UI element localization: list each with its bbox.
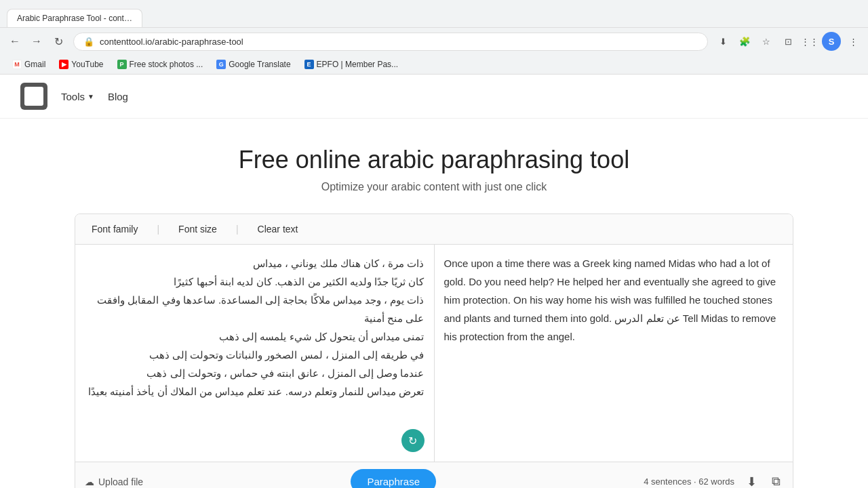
bookmark-icon[interactable]: ☆: [757, 32, 776, 51]
address-box[interactable]: 🔒 contenttool.io/arabic-paraphrase-tool: [73, 33, 708, 51]
toolbar-divider-1: |: [157, 224, 159, 235]
toolbar-divider-2: |: [236, 224, 239, 235]
logo-inner: [24, 87, 43, 106]
font-family-option[interactable]: Font family: [86, 221, 143, 237]
output-text: Once upon a time there was a Greek king …: [444, 258, 776, 342]
translate-favicon: G: [216, 60, 226, 69]
hero-title: Free online arabic paraphrasing tool: [14, 146, 854, 174]
epfo-favicon: E: [304, 60, 314, 69]
bookmark-translate-label: Google Translate: [229, 60, 290, 69]
output-panel: Once upon a time there was a Greek king …: [435, 245, 793, 462]
footer-right: 4 sentences · 62 words ⬇ ⧉: [644, 472, 783, 489]
upload-file-button[interactable]: ☁ Upload file: [85, 476, 143, 487]
refresh-button[interactable]: ↻: [401, 429, 425, 452]
active-tab[interactable]: Arabic Paraphrase Tool - contenttool.io: [7, 9, 142, 27]
hero-section: Free online arabic paraphrasing tool Opt…: [0, 119, 868, 214]
site-nav: Tools ▼ Blog: [0, 75, 868, 119]
browser-chrome: Arabic Paraphrase Tool - contenttool.io: [0, 0, 868, 28]
page-content: Tools ▼ Blog Free online arabic paraphra…: [0, 75, 868, 488]
grid-icon[interactable]: ⋮⋮: [800, 32, 819, 51]
bookmark-gmail-label: Gmail: [24, 60, 45, 69]
youtube-favicon: ▶: [59, 60, 68, 69]
bookmarks-bar: M Gmail ▶ YouTube P Free stock photos ..…: [0, 55, 868, 75]
extensions-icon[interactable]: 🧩: [735, 32, 754, 51]
browser-actions: ⬇ 🧩 ☆ ⊡ ⋮⋮ S ⋮: [713, 32, 863, 51]
bookmark-youtube[interactable]: ▶ YouTube: [54, 58, 108, 71]
download-icon[interactable]: ⬇: [713, 32, 732, 51]
bookmark-epfo[interactable]: E EPFO | Member Pas...: [299, 58, 403, 71]
arabic-input-text[interactable]: ذات مرة ، كان هناك ملك يوناني ، ميداس كا…: [85, 254, 425, 401]
bookmark-gmail[interactable]: M Gmail: [7, 58, 51, 71]
copy-output-button[interactable]: ⧉: [769, 472, 783, 488]
bookmark-photos-label: Free stock photos ...: [130, 60, 203, 69]
nav-buttons: ← → ↻: [5, 32, 68, 51]
bookmark-photos[interactable]: P Free stock photos ...: [112, 58, 209, 71]
site-logo: [20, 83, 47, 110]
browser-tabs: Arabic Paraphrase Tool - contenttool.io: [7, 5, 861, 27]
forward-button[interactable]: →: [27, 32, 46, 51]
paraphrase-button[interactable]: Paraphrase: [351, 469, 436, 488]
input-panel[interactable]: ذات مرة ، كان هناك ملك يوناني ، ميداس كا…: [75, 245, 435, 462]
menu-button[interactable]: ⋮: [844, 32, 863, 51]
tool-container: Font family | Font size | Clear text ذات…: [75, 214, 793, 488]
font-size-option[interactable]: Font size: [173, 221, 222, 237]
stats-text: 4 sentences · 62 words: [644, 476, 734, 487]
address-bar-row: ← → ↻ 🔒 contenttool.io/arabic-paraphrase…: [0, 28, 868, 55]
tool-footer: ☁ Upload file Paraphrase 4 sentences · 6…: [75, 462, 793, 488]
profile-extensions-icon[interactable]: ⊡: [778, 32, 797, 51]
blog-nav-link[interactable]: Blog: [108, 91, 128, 102]
url-text: contenttool.io/arabic-paraphrase-tool: [100, 37, 698, 47]
clear-text-button[interactable]: Clear text: [252, 221, 304, 237]
gmail-favicon: M: [12, 60, 22, 69]
bookmark-youtube-label: YouTube: [71, 60, 103, 69]
download-output-button[interactable]: ⬇: [744, 472, 760, 489]
bookmark-translate[interactable]: G Google Translate: [211, 58, 296, 71]
tool-panels: ذات مرة ، كان هناك ملك يوناني ، ميداس كا…: [75, 245, 793, 462]
back-button[interactable]: ←: [5, 32, 24, 51]
bookmark-epfo-label: EPFO | Member Pas...: [317, 60, 398, 69]
photos-favicon: P: [117, 60, 127, 69]
upload-icon: ☁: [85, 476, 94, 487]
lock-icon: 🔒: [83, 37, 94, 47]
tool-toolbar: Font family | Font size | Clear text: [75, 214, 793, 245]
tools-label: Tools: [61, 91, 85, 102]
upload-label: Upload file: [98, 476, 143, 487]
reload-button[interactable]: ↻: [49, 32, 68, 51]
profile-button[interactable]: S: [822, 32, 841, 51]
hero-subtitle: Optimize your arabic content with just o…: [14, 181, 854, 193]
blog-label: Blog: [108, 91, 128, 102]
tools-nav-link[interactable]: Tools ▼: [61, 91, 94, 102]
tools-dropdown-arrow: ▼: [87, 93, 94, 100]
